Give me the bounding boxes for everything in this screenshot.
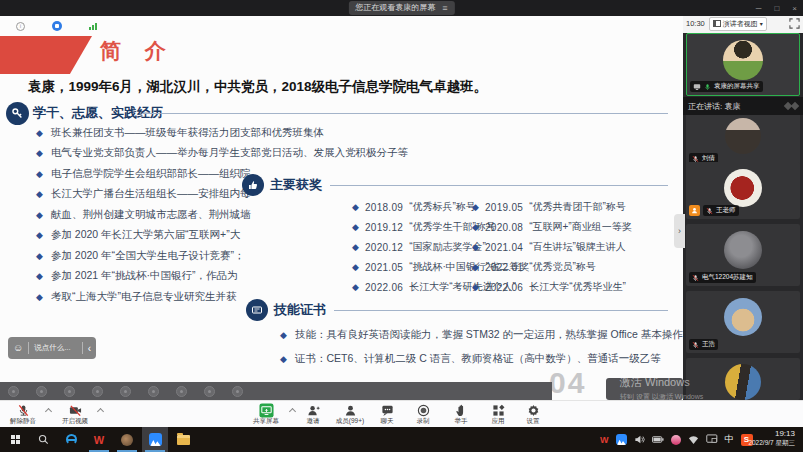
shared-screen-slide: i 简 介 袁康，1999年6月，湖北汉川，中共党员，2018级电子信息学院电气… <box>0 16 683 400</box>
avatar <box>724 169 762 207</box>
annotation-tool-icon <box>148 386 159 397</box>
mic-options-caret[interactable] <box>45 408 52 415</box>
quick-chat-bar[interactable]: ☺ 说点什么... ‹ <box>8 337 96 359</box>
invite-button[interactable]: 邀请 <box>296 403 330 426</box>
file-explorer-icon <box>177 435 190 445</box>
network-signal-icon[interactable] <box>89 23 97 30</box>
taskbar-edge-icon[interactable] <box>58 427 84 452</box>
presenter-annotation-strip <box>0 382 552 400</box>
meeting-duration: 10:30 <box>686 19 705 28</box>
apps-grid-icon <box>481 403 515 417</box>
clock-time: 19:13 <box>731 429 795 438</box>
mic-on-icon <box>704 83 711 91</box>
start-video-button[interactable]: 开启视频 <box>56 403 94 426</box>
share-screen-button[interactable]: 共享屏幕 <box>246 403 286 426</box>
view-mode-button[interactable]: 演讲者视图 ▾ <box>709 17 767 31</box>
notification-menu-icon[interactable]: ≡ <box>442 1 447 15</box>
fullscreen-icon[interactable] <box>789 15 800 33</box>
taskbar-photos-icon[interactable] <box>114 427 140 452</box>
avatar <box>723 40 763 80</box>
experience-bullet: ◆电气专业党支部负责人——举办每月学生支部党日活动、发展入党积极分子等 <box>36 146 408 160</box>
raise-hand-button[interactable]: 举手 <box>444 403 478 426</box>
members-button[interactable]: 成员(99+) <box>330 403 370 426</box>
wifi-icon[interactable] <box>688 434 699 445</box>
annotation-tool-icon <box>36 386 47 397</box>
minimize-button[interactable]: ─ <box>756 4 762 13</box>
watching-screen-notification[interactable]: 您正在观看袁康的屏幕 ≡ <box>348 1 454 15</box>
annotation-tool-icon <box>176 386 187 397</box>
panel-header: 10:30 演讲者视图 ▾ <box>683 14 803 33</box>
annotation-tool-icon <box>232 386 243 397</box>
award-item: ◆2020.08“互联网+”商业组一等奖 <box>472 220 632 234</box>
participant-name: 袁康的屏幕共享 <box>714 82 760 91</box>
participant-name: 王浩 <box>702 340 715 349</box>
experience-bullet: ◆参加 2020 年长江大学第六届“互联网+”大 <box>36 228 240 242</box>
members-icon <box>330 403 370 417</box>
skills-heading: 技能证书 <box>274 301 326 319</box>
annotation-tool-icon <box>8 386 19 397</box>
participant-tile[interactable]: 刘倩 <box>686 110 800 167</box>
experience-bullet: ◆参加 2021 年“挑战杯·中国银行”，作品为 <box>36 269 238 283</box>
participant-tile[interactable]: 王老师 <box>686 162 800 219</box>
taskbar-search-button[interactable] <box>30 427 56 452</box>
experience-bullet: ◆考取“上海大学”电子信息专业研究生并获 <box>36 290 236 304</box>
meeting-toolbar: 解除静音 开启视频 共享屏幕 邀请 成员(99+) 聊天 <box>0 400 803 427</box>
participant-tile[interactable]: 电气12204苏建知 <box>686 224 800 286</box>
encryption-icon[interactable] <box>52 21 62 31</box>
avatar <box>725 364 761 400</box>
experience-bullet: ◆献血、荆州创建文明城市志愿者、荆州城墙 <box>36 208 250 222</box>
quick-chat-input[interactable]: 说点什么... <box>34 343 76 353</box>
video-options-caret[interactable] <box>97 408 104 415</box>
chat-button[interactable]: 聊天 <box>370 403 404 426</box>
avatar <box>725 118 761 154</box>
unmute-button[interactable]: 解除静音 <box>4 403 42 426</box>
experience-bullet: ◆班长兼任团支书——班级每年获得活力团支部和优秀班集体 <box>36 126 324 140</box>
battery-icon[interactable] <box>652 435 664 444</box>
annotation-tool-icon <box>92 386 103 397</box>
volume-icon[interactable] <box>634 434 645 445</box>
participant-tile-screen-share[interactable]: 袁康的屏幕共享 <box>686 33 800 96</box>
maximize-button[interactable]: □ <box>774 4 779 13</box>
taskbar-clock[interactable]: 19:13 2022/9/7 星期三 <box>731 429 795 448</box>
tray-meeting-icon[interactable] <box>616 434 627 445</box>
divider <box>142 113 668 114</box>
divider <box>334 310 668 311</box>
record-button[interactable]: 录制 <box>406 403 440 426</box>
meeting-logo-icon <box>785 103 798 109</box>
award-item: ◆2018.09“优秀标兵”称号 <box>352 200 476 214</box>
participant-name: 王老师 <box>716 206 736 215</box>
experience-bullet: ◆长江大学广播台生活组组长——安排组内每 <box>36 187 250 201</box>
speaking-indicator: 正在讲话: 袁康 <box>683 97 803 115</box>
qq-icon[interactable] <box>671 435 681 445</box>
camera-muted-icon <box>56 403 94 417</box>
participant-tile[interactable]: 王浩 <box>686 291 800 353</box>
award-item: ◆2022.06长江大学“优秀毕业生” <box>472 280 626 294</box>
key-icon <box>6 102 29 125</box>
start-button[interactable] <box>2 427 28 452</box>
experience-bullet: ◆电子信息学院学生会组织部部长——组织院 <box>36 167 250 181</box>
tray-wps-icon[interactable]: W <box>600 435 609 445</box>
taskbar-meeting-icon[interactable] <box>142 427 168 452</box>
display-settings-icon[interactable] <box>706 434 718 445</box>
meeting-info-icon[interactable]: i <box>16 22 25 31</box>
close-button[interactable]: × <box>792 4 797 13</box>
slide-page-number: 04 <box>549 366 586 400</box>
invite-icon <box>296 403 330 417</box>
settings-button[interactable]: 设置 <box>516 403 550 426</box>
share-options-caret[interactable] <box>289 408 296 415</box>
mic-muted-icon <box>706 207 713 215</box>
emoji-icon[interactable]: ☺ <box>13 343 23 353</box>
sidebar-collapse-handle[interactable]: › <box>674 214 685 248</box>
avatar <box>724 231 762 269</box>
taskbar-explorer-icon[interactable] <box>170 427 196 452</box>
chat-icon <box>370 403 404 417</box>
hand-icon <box>444 403 478 417</box>
chevron-right-icon: › <box>678 226 681 236</box>
share-screen-icon <box>246 403 286 417</box>
photo-app-icon <box>121 434 133 446</box>
windows-logo-icon <box>11 435 20 444</box>
thumbs-up-icon <box>242 174 264 196</box>
chat-collapse-icon[interactable]: ‹ <box>88 343 91 354</box>
apps-button[interactable]: 应用 <box>481 403 515 426</box>
taskbar-wps-icon[interactable]: W <box>86 427 112 452</box>
